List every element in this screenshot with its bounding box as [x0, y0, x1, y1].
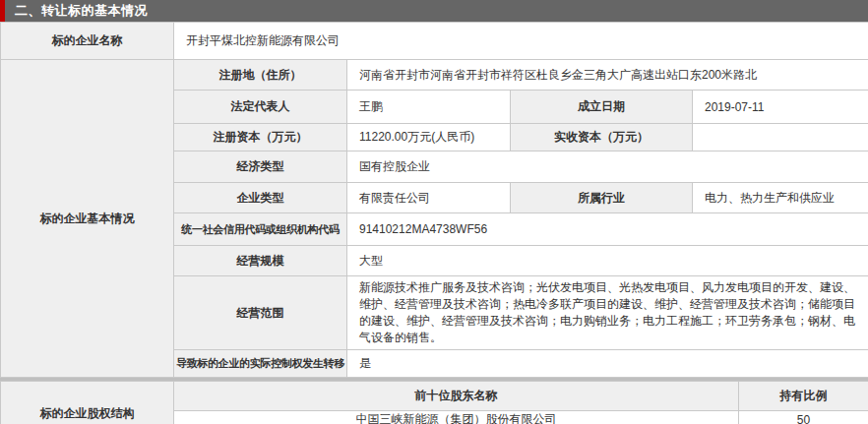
business-scale-value: 大型 [347, 246, 868, 276]
red-accent-bar [0, 0, 5, 22]
business-scale-label: 经营规模 [174, 246, 347, 276]
section-title: 二、转让标的基本情况 [0, 2, 148, 20]
industry-label: 所属行业 [511, 183, 693, 213]
establish-date-label: 成立日期 [511, 91, 693, 124]
shareholder-name-column-header: 前十位股东名称 [174, 382, 739, 411]
credit-code-label: 统一社会信用代码或组织机构代码 [174, 213, 347, 246]
credit-code-value: 91410212MA4738WF56 [347, 213, 868, 246]
shareholder-name: 中国三峡新能源（集团）股份有限公司 [174, 411, 739, 424]
registered-address-label: 注册地（住所） [174, 60, 347, 91]
registered-capital-value: 11220.00万元(人民币) [347, 124, 511, 151]
equity-section-label: 标的企业股权结构 [1, 382, 174, 424]
legal-rep-value: 王鹏 [347, 91, 511, 124]
business-scope-label: 经营范围 [174, 276, 347, 350]
industry-value: 电力、热力生产和供应业 [693, 183, 868, 213]
economic-type-label: 经济类型 [174, 151, 347, 183]
economic-type-value: 国有控股企业 [347, 151, 868, 183]
establish-date-value: 2019-07-11 [693, 91, 868, 124]
registered-capital-label: 注册资本（万元） [174, 124, 347, 151]
company-name-value: 开封平煤北控新能源有限公司 [174, 23, 868, 60]
company-type-value: 有限责任公司 [347, 183, 511, 213]
table-row: 标的企业股权结构 前十位股东名称 持有比例 [1, 382, 868, 411]
control-transfer-label: 导致标的企业的实际控制权发生转移 [174, 350, 347, 378]
section-titlebar: 二、转让标的基本情况 [0, 0, 868, 22]
basic-info-table: 标的企业名称 开封平煤北控新能源有限公司 标的企业基本情况 注册地（住所） 河南… [0, 22, 868, 378]
holding-ratio-column-header: 持有比例 [739, 382, 868, 411]
equity-structure-table: 标的企业股权结构 前十位股东名称 持有比例 中国三峡新能源（集团）股份有限公司 … [0, 381, 868, 424]
transfer-target-info-panel: 二、转让标的基本情况 标的企业名称 开封平煤北控新能源有限公司 标的企业基本情况… [0, 0, 868, 424]
shareholder-ratio: 50 [739, 411, 868, 424]
paidin-capital-label: 实收资本（万元） [511, 124, 693, 151]
legal-rep-label: 法定代表人 [174, 91, 347, 124]
control-transfer-value: 是 [347, 350, 868, 378]
table-row: 标的企业名称 开封平煤北控新能源有限公司 [1, 23, 868, 60]
registered-address-value: 河南省开封市河南省开封市祥符区杜良乡金三角大广高速出站口东200米路北 [347, 60, 868, 91]
table-row: 标的企业基本情况 注册地（住所） 河南省开封市河南省开封市祥符区杜良乡金三角大广… [1, 60, 868, 91]
paidin-capital-value [693, 124, 868, 151]
business-scope-value: 新能源技术推广服务及技术咨询；光伏发电项目、光热发电项目、风力发电项目的开发、建… [347, 276, 868, 350]
company-type-label: 企业类型 [174, 183, 347, 213]
company-name-label: 标的企业名称 [1, 23, 174, 60]
basic-info-section-label: 标的企业基本情况 [1, 60, 174, 378]
